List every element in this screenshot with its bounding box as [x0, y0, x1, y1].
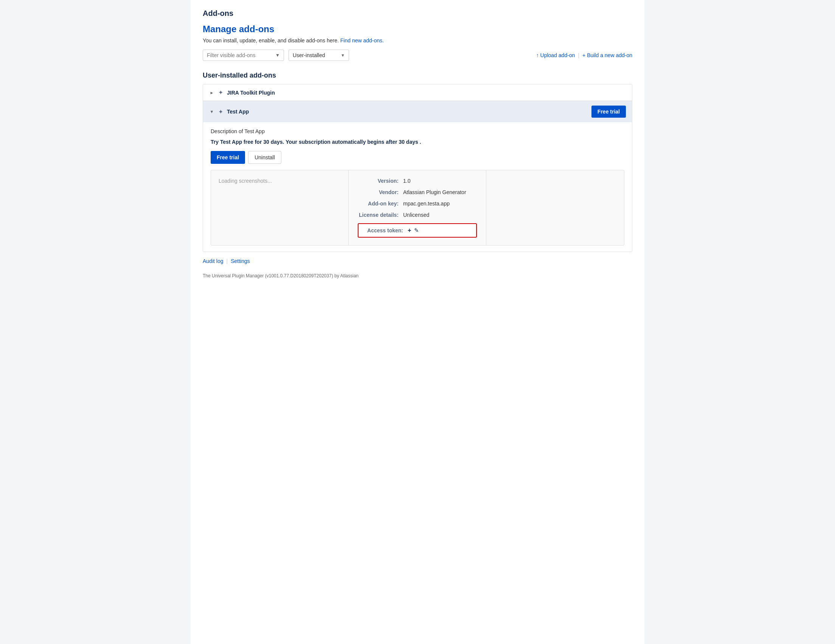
toolbar-separator: |: [578, 52, 579, 58]
edit-token-icon[interactable]: ✎: [414, 227, 419, 234]
filter-input[interactable]: [207, 52, 273, 58]
license-row: License details: Unlicensed: [358, 212, 477, 218]
addon-icon-jira-toolkit: ✦: [218, 89, 223, 96]
addon-header-jira-toolkit[interactable]: ► ✦ JIRA Toolkit Plugin: [203, 85, 632, 101]
filter-icon: ▼: [275, 53, 280, 58]
addon-header-test-app[interactable]: ▼ ✦ Test App Free trial: [203, 101, 632, 122]
info-panel: Version: 1.0 Vendor: Atlassian Plugin Ge…: [349, 170, 486, 245]
screenshot-loading-text: Loading screenshots...: [219, 178, 272, 184]
addon-key-row: Add-on key: mpac.gen.testa.app: [358, 200, 477, 207]
addon-key-value: mpac.gen.testa.app: [403, 200, 477, 207]
description-text: You can install, update, enable, and dis…: [203, 37, 632, 44]
addon-key-label: Add-on key:: [358, 200, 403, 207]
access-token-label: Access token:: [362, 228, 408, 233]
addons-section-heading: User-installed add-ons: [203, 72, 632, 80]
addon-name-test-app: Test App: [227, 109, 588, 115]
version-row: Version: 1.0: [358, 178, 477, 184]
chevron-down-icon: ▼: [209, 109, 214, 114]
bottom-links: Audit log | Settings: [203, 258, 632, 264]
addon-row-jira-toolkit: ► ✦ JIRA Toolkit Plugin: [203, 85, 632, 101]
dropdown-wrapper[interactable]: User-installed All add-ons System add-on…: [289, 50, 349, 61]
bottom-link-separator: |: [226, 258, 227, 264]
extra-panel: [486, 170, 624, 245]
chevron-right-icon: ►: [209, 90, 214, 95]
audit-log-link[interactable]: Audit log: [203, 258, 223, 264]
free-trial-button[interactable]: Free trial: [211, 151, 245, 164]
version-value: 1.0: [403, 178, 477, 184]
addon-row-test-app: ▼ ✦ Test App Free trial Description of T…: [203, 101, 632, 252]
addon-icon-test-app: ✦: [218, 108, 223, 115]
addon-trial-text: Try Test App free for 30 days. Your subs…: [211, 139, 624, 145]
toolbar-right: ↑ Upload add-on | + Build a new add-on: [536, 52, 632, 58]
license-label: License details:: [358, 212, 403, 218]
addon-name-jira-toolkit: JIRA Toolkit Plugin: [227, 89, 626, 96]
footer-text: The Universal Plugin Manager (v1001.0.77…: [203, 273, 632, 278]
section-title: Manage add-ons: [203, 24, 632, 34]
access-token-row: Access token: + ✎: [358, 223, 477, 237]
addon-list: ► ✦ JIRA Toolkit Plugin ▼ ✦ Test App Fre…: [203, 84, 632, 252]
user-installed-select[interactable]: User-installed All add-ons System add-on…: [293, 52, 338, 58]
free-trial-header-button[interactable]: Free trial: [591, 106, 626, 118]
addon-body-test-app: Description of Test App Try Test App fre…: [203, 122, 632, 252]
add-token-icon[interactable]: +: [408, 227, 411, 234]
vendor-value: Atlassian Plugin Generator: [403, 189, 477, 195]
vendor-row: Vendor: Atlassian Plugin Generator: [358, 189, 477, 195]
build-addon-link[interactable]: + Build a new add-on: [582, 52, 632, 58]
filter-input-wrapper[interactable]: ▼: [203, 50, 284, 61]
license-value: Unlicensed: [403, 212, 477, 218]
uninstall-button[interactable]: Uninstall: [248, 151, 281, 164]
access-token-icons: + ✎: [408, 227, 419, 234]
settings-link[interactable]: Settings: [231, 258, 250, 264]
vendor-label: Vendor:: [358, 189, 403, 195]
find-addons-link[interactable]: Find new add-ons.: [340, 37, 384, 44]
version-label: Version:: [358, 178, 403, 184]
screenshot-panel: Loading screenshots...: [211, 170, 349, 245]
addon-actions: Free trial Uninstall: [211, 151, 624, 164]
addon-description: Description of Test App: [211, 128, 624, 134]
select-arrow-icon: ▼: [341, 53, 345, 57]
addon-details-grid: Loading screenshots... Version: 1.0 Vend…: [211, 170, 624, 246]
upload-addon-link[interactable]: ↑ Upload add-on: [536, 52, 575, 58]
page-title: Add-ons: [203, 9, 632, 18]
filter-bar: ▼ User-installed All add-ons System add-…: [203, 50, 632, 61]
